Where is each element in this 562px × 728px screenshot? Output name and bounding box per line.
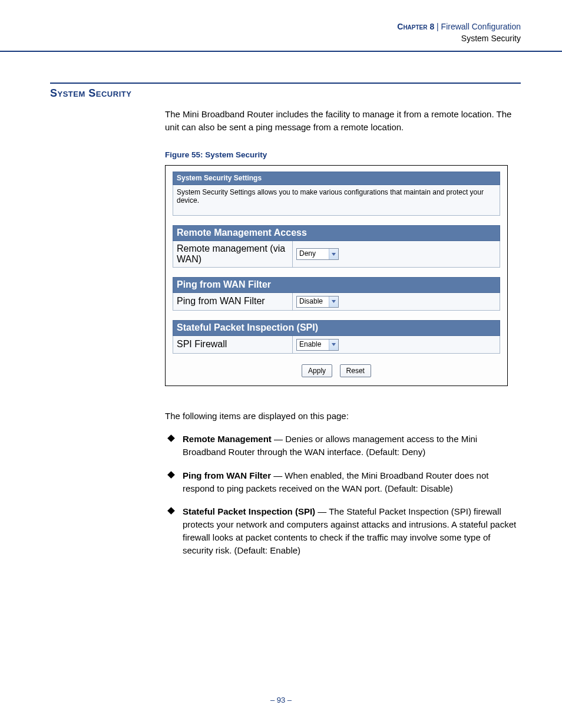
row-label: Ping from WAN Filter xyxy=(173,292,293,310)
header-separator: | xyxy=(434,22,441,31)
item-label: Ping from WAN Filter xyxy=(183,470,271,480)
group-title: Stateful Packet Inspection (SPI) xyxy=(173,320,500,335)
diamond-bullet-icon xyxy=(167,507,175,515)
row-control-cell: Disable xyxy=(293,292,500,310)
select-value: Disable xyxy=(297,297,329,307)
panel-title: System Security Settings xyxy=(173,172,500,185)
item-label: Stateful Packet Inspection (SPI) xyxy=(183,506,315,516)
header-section: System Security xyxy=(397,33,521,45)
row-label: Remote management (via WAN) xyxy=(173,241,293,267)
section-heading: System Security xyxy=(50,87,521,100)
chapter-title: Firewall Configuration xyxy=(441,22,521,31)
group-remote-management: Remote Management Access Remote manageme… xyxy=(173,225,500,268)
settings-panel: System Security Settings System Security… xyxy=(173,172,500,216)
section-rule xyxy=(50,83,521,84)
list-item: Ping from WAN Filter — When enabled, the… xyxy=(165,469,521,495)
page-number: – 93 – xyxy=(0,696,562,704)
diamond-bullet-icon xyxy=(167,434,175,442)
group-title: Ping from WAN Filter xyxy=(173,277,500,292)
row-control-cell: Enable xyxy=(293,335,500,353)
group-spi: Stateful Packet Inspection (SPI) SPI Fir… xyxy=(173,320,500,354)
item-label: Remote Management xyxy=(183,434,272,444)
spi-select[interactable]: Enable xyxy=(296,339,339,351)
chevron-down-icon xyxy=(329,297,338,307)
apply-button[interactable]: Apply xyxy=(302,364,332,377)
button-row: Apply Reset xyxy=(173,364,500,377)
items-section: The following items are displayed on thi… xyxy=(165,410,521,557)
page: Chapter 8 | Firewall Configuration Syste… xyxy=(0,0,562,728)
figure-screenshot: System Security Settings System Security… xyxy=(165,165,508,386)
running-header: Chapter 8 | Firewall Configuration Syste… xyxy=(397,21,521,44)
row-label: SPI Firewall xyxy=(173,335,293,353)
group-title: Remote Management Access xyxy=(173,225,500,241)
diamond-bullet-icon xyxy=(167,471,175,479)
chapter-label: Chapter 8 xyxy=(397,22,434,31)
list-item: Stateful Packet Inspection (SPI) — The S… xyxy=(165,505,521,556)
select-value: Enable xyxy=(297,340,329,350)
remote-management-select[interactable]: Deny xyxy=(296,248,339,260)
row-control-cell: Deny xyxy=(293,241,500,267)
panel-description: System Security Settings allows you to m… xyxy=(173,185,500,215)
header-rule xyxy=(0,51,562,52)
ping-wan-select[interactable]: Disable xyxy=(296,296,339,308)
figure-caption: Figure 55: System Security xyxy=(165,150,521,159)
chevron-down-icon xyxy=(329,340,338,350)
select-value: Deny xyxy=(297,249,329,259)
item-list: Remote Management — Denies or allows man… xyxy=(165,433,521,556)
group-ping-wan: Ping from WAN Filter Ping from WAN Filte… xyxy=(173,277,500,311)
reset-button[interactable]: Reset xyxy=(340,364,371,377)
intro-text: The Mini Broadband Router includes the f… xyxy=(165,108,521,134)
items-intro: The following items are displayed on thi… xyxy=(165,410,521,423)
list-item: Remote Management — Denies or allows man… xyxy=(165,433,521,459)
intro-paragraph: The Mini Broadband Router includes the f… xyxy=(165,108,521,134)
chevron-down-icon xyxy=(329,249,338,259)
content-area: System Security The Mini Broadband Route… xyxy=(50,83,521,567)
